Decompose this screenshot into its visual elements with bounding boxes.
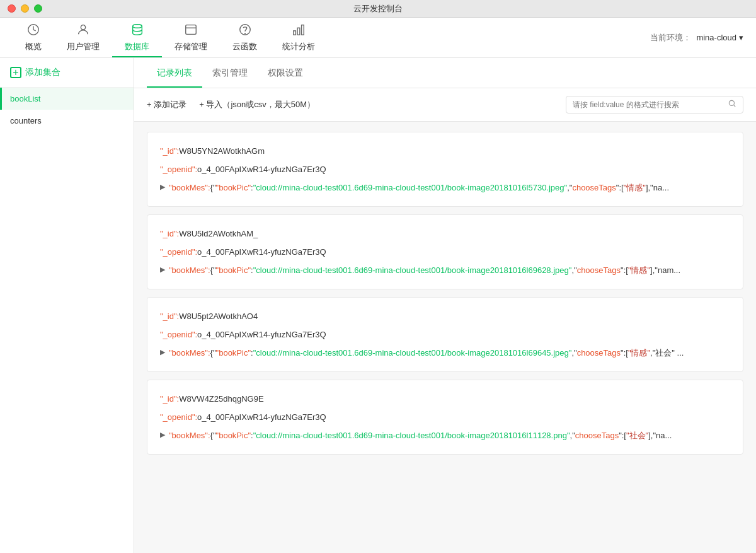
analytics-icon [292,23,306,38]
import-button[interactable]: + 导入（json或csv，最大50M） [199,99,315,110]
database-icon [130,23,144,38]
record-expand-bookmes: ▶ "bookMes":{""bookPic":"cloud://mina-cl… [160,262,730,279]
expand-content: "bookMes":{""bookPic":"cloud://mina-clou… [169,347,684,359]
nav-item-users[interactable]: 用户管理 [54,18,112,57]
field-key-id: "_id": [160,146,179,156]
field-value-id: W8U5YN2AWotkhAGm [179,146,265,156]
svg-rect-3 [186,25,197,35]
record-expand-bookmes: ▶ "bookMes":{""bookPic":"cloud://mina-cl… [160,427,730,445]
field-key-openid: "_openid": [160,412,197,422]
tab-records[interactable]: 记录列表 [147,58,202,88]
tab-index[interactable]: 索引管理 [202,58,258,88]
sidebar: + 添加集合 bookList counters [0,58,134,553]
expand-content: "bookMes":{""bookPic":"cloud://mina-clou… [169,264,680,277]
record-field-id: "_id":W8U5YN2AWotkhAGm [160,143,730,161]
nav-label-database: 数据库 [125,41,149,52]
add-record-button[interactable]: + 添加记录 [147,99,186,110]
add-collection-button[interactable]: + 添加集合 [0,58,134,88]
field-key-openid: "_openid": [160,247,197,257]
titlebar: 云开发控制台 [0,0,756,18]
nav-item-storage[interactable]: 存储管理 [162,18,220,57]
expand-content: "bookMes":{""bookPic":"cloud://mina-clou… [169,182,669,194]
env-chevron-icon: ▾ [739,33,743,42]
record-expand-bookmes: ▶ "bookMes":{""bookPic":"cloud://mina-cl… [160,344,730,362]
field-value-openid: o_4_00FApIXwR14-yfuzNGa7Er3Q [197,330,326,339]
env-value[interactable]: mina-cloud ▾ [696,33,743,42]
record-field-openid: "_openid":o_4_00FApIXwR14-yfuzNGa7Er3Q [160,243,730,262]
import-label: + 导入（json或csv，最大50M） [199,99,315,110]
expand-arrow-icon[interactable]: ▶ [160,183,165,191]
search-box[interactable] [566,96,743,114]
record-expand-bookmes: ▶ "bookMes":{""bookPic":"cloud://mina-cl… [160,179,730,197]
sidebar-item-booklist-label: bookList [10,94,40,103]
svg-rect-6 [294,31,296,35]
field-value-openid: o_4_00FApIXwR14-yfuzNGa7Er3Q [197,412,326,422]
record-field-id: "_id":W8U5pt2AWotkhAO4 [160,308,730,326]
nav-item-functions[interactable]: 云函数 [220,18,270,57]
search-input[interactable] [573,100,724,109]
toolbar: + 添加记录 + 导入（json或csv，最大50M） [134,88,756,122]
expand-arrow-icon[interactable]: ▶ [160,265,165,274]
records-area: "_id":W8U5YN2AWotkhAGm "_openid":o_4_00F… [134,122,756,553]
main-layout: + 添加集合 bookList counters 记录列表 索引管理 权限设置 [0,58,756,553]
nav-item-overview[interactable]: 概览 [13,18,54,57]
record-field-openid: "_openid":o_4_00FApIXwR14-yfuzNGa7Er3Q [160,161,730,179]
close-button[interactable] [8,4,16,13]
maximize-button[interactable] [34,4,42,13]
env-name: mina-cloud [696,33,736,42]
expand-content: "bookMes":{""bookPic":"cloud://mina-clou… [169,429,672,442]
tabs: 记录列表 索引管理 权限设置 [134,58,756,88]
tab-permissions[interactable]: 权限设置 [258,58,313,88]
record-card: "_id":W8VW4Z25dhqgNG9E "_openid":o_4_00F… [147,380,743,455]
titlebar-buttons [8,4,42,13]
record-card: "_id":W8U5YN2AWotkhAGm "_openid":o_4_00F… [147,132,743,207]
env-selector[interactable]: 当前环境： mina-cloud ▾ [650,32,743,44]
content-area: 记录列表 索引管理 权限设置 + 添加记录 + 导入（json或csv，最大50… [134,58,756,553]
field-key-openid: "_openid": [160,330,197,339]
search-icon [728,99,736,110]
field-value-openid: o_4_00FApIXwR14-yfuzNGa7Er3Q [197,165,326,174]
svg-point-1 [81,25,85,30]
sidebar-item-counters[interactable]: counters [0,110,134,132]
nav-items: 概览 用户管理 数据库 存储管理 云函数 [13,18,328,57]
minimize-button[interactable] [21,4,29,13]
add-collection-label: 添加集合 [25,67,60,78]
field-value-id: W8U5ld2AWotkhAM_ [179,229,258,238]
field-key-id: "_id": [160,229,179,238]
sidebar-item-counters-label: counters [10,116,42,125]
nav-label-users: 用户管理 [67,41,100,52]
svg-point-5 [244,33,245,34]
nav-item-database[interactable]: 数据库 [112,18,162,57]
record-card: "_id":W8U5pt2AWotkhAO4 "_openid":o_4_00F… [147,297,743,372]
svg-line-10 [734,105,736,107]
nav-label-analytics: 统计分析 [282,41,315,52]
record-field-id: "_id":W8U5ld2AWotkhAM_ [160,225,730,243]
expand-arrow-icon[interactable]: ▶ [160,348,165,356]
record-field-openid: "_openid":o_4_00FApIXwR14-yfuzNGa7Er3Q [160,326,730,344]
field-value-openid: o_4_00FApIXwR14-yfuzNGa7Er3Q [197,247,326,257]
nav-label-functions: 云函数 [232,41,257,52]
window-title: 云开发控制台 [353,3,403,15]
field-key-id: "_id": [160,394,179,404]
record-card: "_id":W8U5ld2AWotkhAM_ "_openid":o_4_00F… [147,214,743,289]
nav-label-storage: 存储管理 [175,41,207,52]
svg-rect-7 [297,28,300,35]
expand-arrow-icon[interactable]: ▶ [160,431,165,439]
topnav: 概览 用户管理 数据库 存储管理 云函数 [0,18,756,58]
field-key-id: "_id": [160,311,179,321]
storage-icon [184,23,198,38]
overview-icon [26,23,40,38]
nav-item-analytics[interactable]: 统计分析 [270,18,328,57]
toolbar-left: + 添加记录 + 导入（json或csv，最大50M） [147,99,315,110]
sidebar-item-booklist[interactable]: bookList [0,88,134,110]
nav-label-overview: 概览 [25,41,42,52]
users-icon [76,23,90,38]
functions-icon [238,23,252,38]
field-key-openid: "_openid": [160,165,197,174]
svg-point-2 [132,25,142,28]
add-record-label: + 添加记录 [147,99,186,110]
record-field-id: "_id":W8VW4Z25dhqgNG9E [160,390,730,409]
add-icon: + [10,67,21,78]
env-label: 当前环境： [650,32,691,44]
svg-point-9 [729,100,734,105]
